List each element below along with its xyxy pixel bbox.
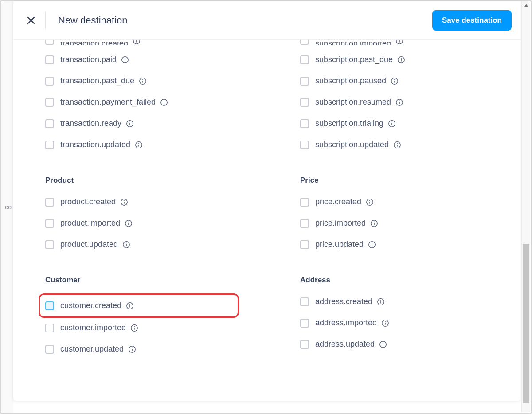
event-row[interactable]: address.imported [300, 316, 489, 329]
svg-point-16 [129, 121, 130, 122]
event-checkbox[interactable] [300, 40, 309, 45]
event-checkbox[interactable] [45, 40, 54, 45]
event-checkbox[interactable] [45, 119, 54, 128]
info-icon[interactable] [381, 319, 389, 327]
info-icon[interactable] [126, 302, 134, 310]
event-checkbox[interactable] [300, 340, 309, 349]
event-row[interactable]: transaction.updated [45, 138, 234, 151]
event-checkbox[interactable] [300, 55, 309, 64]
event-checkbox[interactable] [300, 297, 309, 306]
event-checkbox[interactable] [45, 301, 54, 310]
info-icon[interactable] [388, 120, 396, 128]
info-icon[interactable] [379, 340, 387, 348]
event-checkbox[interactable] [300, 119, 309, 128]
svg-point-43 [401, 58, 402, 59]
svg-point-19 [138, 143, 139, 144]
event-checkbox[interactable] [45, 240, 54, 249]
info-icon[interactable] [391, 77, 399, 85]
save-destination-button[interactable]: Save destination [432, 10, 512, 31]
event-label: product.imported [60, 219, 120, 228]
columns: transaction.createdtransaction.paidtrans… [45, 40, 489, 380]
scrollbar-thumb[interactable] [523, 244, 529, 403]
scrollbar[interactable] [521, 1, 530, 412]
svg-point-31 [129, 304, 130, 305]
svg-point-52 [391, 121, 392, 122]
event-checkbox[interactable] [300, 98, 309, 107]
event-label: address.updated [315, 340, 375, 349]
event-checkbox[interactable] [45, 98, 54, 107]
event-row[interactable]: subscription.updated [300, 138, 489, 151]
event-checkbox[interactable] [300, 319, 309, 328]
info-icon[interactable] [133, 40, 141, 45]
event-checkbox[interactable] [45, 55, 54, 64]
modal-header: New destination Save destination [13, 1, 520, 40]
event-row[interactable]: subscription.paused [300, 74, 489, 87]
event-row[interactable]: subscription.past_due [300, 53, 489, 66]
info-icon[interactable] [160, 98, 168, 106]
event-checkbox[interactable] [300, 141, 309, 149]
info-icon[interactable] [393, 141, 401, 149]
event-row[interactable]: customer.updated [45, 343, 234, 355]
info-icon[interactable] [395, 98, 403, 106]
event-checkbox[interactable] [45, 345, 54, 354]
event-row[interactable]: product.imported [45, 217, 234, 230]
info-icon[interactable] [128, 345, 136, 353]
info-icon[interactable] [122, 241, 130, 249]
svg-point-37 [132, 347, 133, 348]
svg-point-73 [383, 342, 383, 343]
event-checkbox[interactable] [300, 198, 309, 207]
event-row[interactable]: address.created [300, 295, 489, 308]
info-icon[interactable] [139, 77, 147, 85]
event-label: subscription.trialing [315, 119, 383, 128]
event-label: address.created [315, 297, 372, 306]
event-label: subscription.updated [315, 140, 389, 149]
event-row[interactable]: subscription.resumed [300, 96, 489, 109]
event-label: product.updated [60, 240, 118, 249]
event-row[interactable]: price.imported [300, 217, 489, 230]
event-row[interactable]: product.updated [45, 238, 234, 251]
svg-point-22 [124, 200, 125, 201]
event-checkbox[interactable] [45, 198, 54, 207]
group-title: Price [300, 176, 489, 185]
info-icon[interactable] [368, 241, 376, 249]
svg-point-7 [125, 58, 125, 59]
info-icon[interactable] [135, 141, 143, 149]
info-icon[interactable] [397, 56, 405, 64]
event-row[interactable]: price.created [300, 195, 489, 208]
event-row[interactable]: transaction.payment_failed [45, 96, 234, 109]
event-checkbox[interactable] [300, 219, 309, 228]
close-button[interactable] [26, 15, 36, 26]
event-row[interactable]: transaction.ready [45, 117, 234, 130]
event-checkbox[interactable] [45, 141, 54, 149]
event-label: customer.imported [60, 323, 126, 332]
event-row[interactable]: product.created [45, 195, 234, 208]
event-row[interactable]: address.updated [300, 338, 489, 351]
event-checkbox[interactable] [300, 77, 309, 86]
event-group: transaction.paidtransaction.past_duetran… [45, 53, 234, 151]
scroll-up-arrow[interactable] [522, 1, 530, 10]
event-row[interactable]: transaction.past_due [45, 74, 234, 87]
event-checkbox[interactable] [45, 77, 54, 86]
event-row[interactable]: customer.created [39, 293, 239, 318]
modal-panel: New destination Save destination transac… [13, 1, 520, 401]
info-icon[interactable] [370, 219, 378, 227]
event-checkbox[interactable] [45, 219, 54, 228]
info-icon[interactable] [120, 198, 128, 206]
event-label: customer.created [60, 301, 121, 310]
event-checkbox[interactable] [45, 324, 54, 332]
info-icon[interactable] [126, 120, 134, 128]
info-icon[interactable] [121, 56, 129, 64]
info-icon[interactable] [366, 198, 374, 206]
event-row[interactable]: transaction.paid [45, 53, 234, 66]
event-row[interactable]: price.updated [300, 238, 489, 251]
event-row[interactable]: customer.imported [45, 321, 234, 334]
info-icon[interactable] [130, 324, 138, 332]
event-checkbox[interactable] [300, 240, 309, 249]
info-icon[interactable] [125, 219, 133, 227]
info-icon[interactable] [377, 298, 385, 306]
info-icon[interactable] [395, 40, 403, 45]
event-row[interactable]: subscription.trialing [300, 117, 489, 130]
group-title: Customer [45, 276, 234, 285]
event-row-partial: transaction.created [45, 40, 234, 45]
left-column: transaction.createdtransaction.paidtrans… [45, 40, 234, 380]
